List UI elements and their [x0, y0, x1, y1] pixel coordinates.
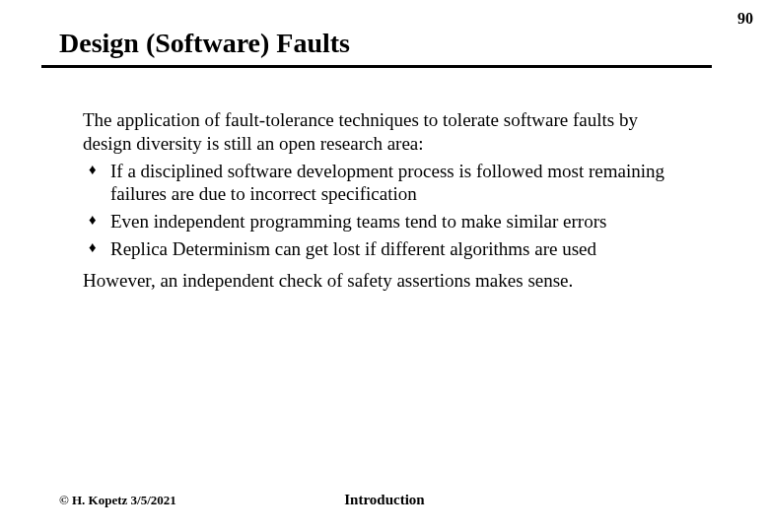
slide-body: The application of fault-tolerance techn…	[83, 108, 674, 292]
list-item: Replica Determinism can get lost if diff…	[83, 237, 674, 261]
closing-paragraph: However, an independent check of safety …	[83, 269, 674, 293]
intro-paragraph: The application of fault-tolerance techn…	[83, 108, 674, 156]
list-item: Even independent programming teams tend …	[83, 210, 674, 233]
title-underline	[41, 65, 712, 68]
page-number: 90	[737, 10, 753, 28]
slide-title: Design (Software) Faults	[59, 28, 350, 59]
bullet-list: If a disciplined software development pr…	[83, 160, 674, 261]
slide: 90 Design (Software) Faults The applicat…	[0, 0, 769, 532]
list-item: If a disciplined software development pr…	[83, 160, 674, 207]
footer-section-title: Introduction	[0, 492, 769, 508]
